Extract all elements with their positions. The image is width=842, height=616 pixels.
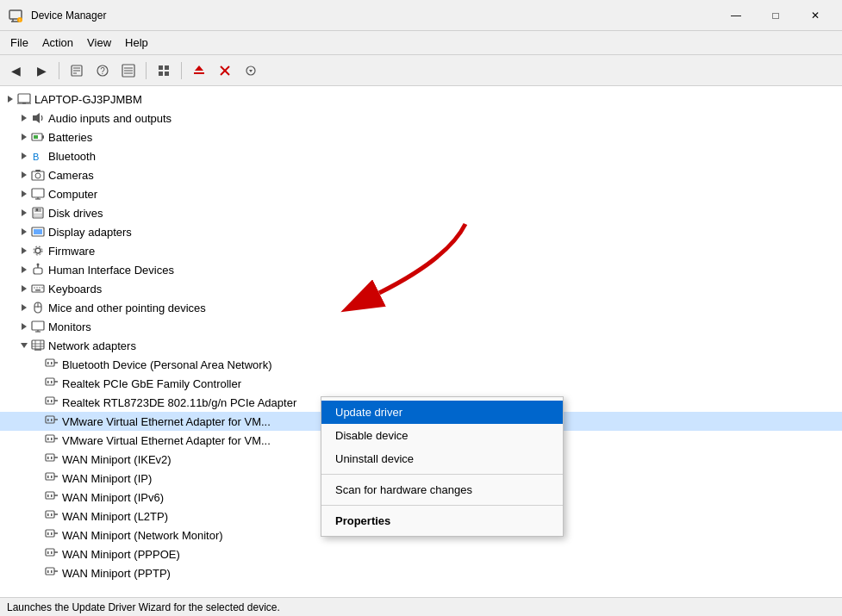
expand-arrow-audio[interactable] [17, 111, 31, 125]
tree-item-hid[interactable]: Human Interface Devices [0, 260, 842, 279]
svg-rect-17 [165, 65, 169, 70]
expand-arrow-firmware[interactable] [17, 244, 31, 258]
svg-text:!: ! [19, 17, 20, 22]
maximize-button[interactable]: □ [756, 0, 795, 31]
menu-help[interactable]: Help [118, 33, 155, 53]
context-menu: Update driver Disable device Uninstall d… [321, 396, 564, 537]
context-menu-uninstall-device[interactable]: Uninstall device [321, 447, 563, 470]
expand-arrow-display[interactable] [17, 225, 31, 239]
svg-rect-95 [46, 416, 54, 423]
svg-marker-57 [22, 266, 27, 273]
device-label-root: LAPTOP-GJ3PJMBM [34, 93, 142, 106]
svg-rect-88 [47, 381, 49, 383]
svg-rect-73 [32, 321, 44, 330]
uninstall-button[interactable] [213, 59, 237, 83]
tree-item-batteries[interactable]: Batteries [0, 128, 842, 146]
svg-rect-100 [47, 438, 49, 440]
expand-arrow-bluetooth[interactable] [17, 149, 31, 163]
expand-arrow-nic2[interactable] [31, 376, 45, 390]
expand-arrow-wan3[interactable] [31, 490, 45, 504]
expand-arrow-nic5[interactable] [31, 433, 45, 447]
tree-item-computer[interactable]: Computer [0, 184, 842, 203]
expand-arrow-nic3[interactable] [31, 395, 45, 409]
tree-item-nic1[interactable]: Bluetooth Device (Personal Area Network) [0, 355, 842, 374]
tree-item-mice[interactable]: Mice and other pointing devices [0, 298, 842, 317]
expand-arrow-batteries[interactable] [17, 130, 31, 144]
view-button[interactable] [152, 59, 176, 83]
refresh-list-button[interactable] [116, 59, 140, 83]
back-button[interactable]: ◀ [3, 59, 28, 83]
tree-item-root[interactable]: LAPTOP-GJ3PJMBM [0, 90, 842, 109]
expand-arrow-mice[interactable] [17, 301, 31, 314]
context-menu-update-driver[interactable]: Update driver [321, 401, 563, 424]
expand-arrow-network[interactable] [17, 339, 31, 352]
close-button[interactable]: ✕ [795, 0, 835, 31]
device-label-nic3: Realtek RTL8723DE 802.11b/g/n PCIe Adapt… [62, 396, 296, 409]
scan-button[interactable] [239, 59, 263, 83]
context-menu-separator-2 [321, 505, 563, 506]
menu-file[interactable]: File [3, 33, 35, 53]
context-menu-disable-device[interactable]: Disable device [321, 424, 563, 447]
context-menu-properties[interactable]: Properties [321, 509, 563, 532]
expand-arrow-nic4[interactable] [31, 414, 45, 428]
expand-arrow-wan2[interactable] [31, 471, 45, 485]
minimize-button[interactable]: — [716, 0, 756, 31]
svg-marker-36 [22, 152, 27, 159]
app-icon: ! [7, 7, 24, 24]
context-menu-scan-changes[interactable]: Scan for hardware changes [321, 478, 563, 501]
tree-item-firmware[interactable]: Firmware [0, 241, 842, 260]
status-bar: Launches the Update Driver Wizard for th… [0, 597, 842, 616]
expand-arrow-keyboards[interactable] [17, 282, 31, 296]
expand-arrow-wan4[interactable] [31, 509, 45, 523]
device-label-nic1: Bluetooth Device (Personal Area Network) [62, 358, 272, 371]
svg-rect-101 [51, 438, 53, 440]
tree-item-wan7[interactable]: WAN Miniport (PPTP) [0, 563, 842, 582]
svg-rect-103 [46, 454, 54, 461]
tree-item-cameras[interactable]: Cameras [0, 165, 842, 184]
tree-item-network[interactable]: Network adapters [0, 336, 842, 355]
forward-button[interactable]: ▶ [29, 59, 53, 83]
tree-item-audio[interactable]: Audio inputs and outputs [0, 109, 842, 128]
svg-rect-41 [35, 170, 41, 171]
svg-rect-93 [51, 400, 53, 402]
tree-item-display[interactable]: Display adapters [0, 222, 842, 241]
expand-arrow-monitors[interactable] [17, 320, 31, 333]
toolbar: ◀ ▶ ? [0, 55, 842, 86]
tree-item-nic2[interactable]: Realtek PCIe GbE Family Controller [0, 374, 842, 393]
tree-item-wan6[interactable]: WAN Miniport (PPPOE) [0, 544, 842, 563]
svg-rect-97 [51, 419, 53, 421]
svg-rect-116 [47, 513, 49, 516]
svg-rect-128 [47, 570, 49, 573]
expand-arrow-wan5[interactable] [31, 528, 45, 542]
tree-item-keyboards[interactable]: Keyboards [0, 279, 842, 298]
device-icon-mice [31, 301, 45, 314]
svg-marker-38 [22, 171, 27, 178]
svg-rect-83 [46, 359, 54, 366]
expand-arrow-wan7[interactable] [31, 566, 45, 580]
expand-arrow-nic1[interactable] [31, 358, 45, 371]
svg-rect-85 [51, 362, 53, 364]
expand-arrow-wan6[interactable] [31, 547, 45, 561]
tree-item-monitors[interactable]: Monitors [0, 317, 842, 336]
expand-arrow-cameras[interactable] [17, 168, 31, 182]
menu-view[interactable]: View [80, 33, 118, 53]
expand-arrow-computer[interactable] [17, 187, 31, 201]
expand-arrow-hid[interactable] [17, 263, 31, 277]
expand-arrow-root[interactable] [3, 92, 17, 106]
remove-button[interactable] [187, 59, 211, 83]
device-icon-cameras [31, 168, 45, 182]
menu-action[interactable]: Action [35, 33, 80, 53]
expand-arrow-disk[interactable] [17, 206, 31, 220]
properties-toolbar-button[interactable] [65, 59, 89, 83]
tree-item-bluetooth[interactable]: BBluetooth [0, 146, 842, 165]
help-toolbar-button[interactable]: ? [90, 59, 115, 83]
svg-rect-19 [165, 72, 169, 76]
device-label-nic2: Realtek PCIe GbE Family Controller [62, 377, 241, 390]
svg-marker-68 [22, 304, 27, 311]
device-label-wan4: WAN Miniport (L2TP) [62, 510, 168, 523]
svg-rect-115 [46, 511, 54, 518]
device-icon-firmware [31, 244, 45, 258]
tree-item-disk[interactable]: Disk drives [0, 203, 842, 222]
window-controls: — □ ✕ [716, 0, 835, 31]
expand-arrow-wan1[interactable] [31, 452, 45, 466]
